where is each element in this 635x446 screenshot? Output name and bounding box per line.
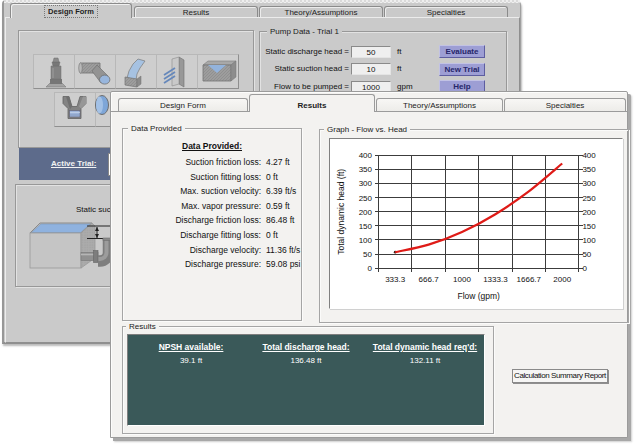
svg-text:333.3: 333.3 — [385, 275, 406, 284]
svg-text:300: 300 — [359, 179, 373, 188]
svg-text:1666.7: 1666.7 — [517, 275, 542, 284]
svg-text:100: 100 — [582, 236, 596, 245]
svg-text:350: 350 — [359, 165, 373, 174]
svg-text:0: 0 — [582, 264, 587, 273]
svg-text:50: 50 — [582, 250, 591, 259]
svg-text:1000: 1000 — [453, 275, 471, 284]
svg-text:400: 400 — [359, 151, 373, 160]
svg-text:200: 200 — [359, 208, 373, 217]
svg-text:400: 400 — [582, 151, 596, 160]
svg-text:300: 300 — [582, 179, 596, 188]
svg-text:150: 150 — [582, 222, 596, 231]
svg-text:150: 150 — [359, 222, 373, 231]
svg-text:1333.3: 1333.3 — [483, 275, 508, 284]
svg-text:100: 100 — [359, 236, 373, 245]
svg-text:350: 350 — [582, 165, 596, 174]
svg-text:2000: 2000 — [553, 275, 571, 284]
svg-text:Total dynamic head (ft): Total dynamic head (ft) — [336, 169, 346, 255]
svg-text:0: 0 — [368, 264, 373, 273]
svg-text:666.7: 666.7 — [419, 275, 440, 284]
svg-text:Flow (gpm): Flow (gpm) — [457, 291, 500, 301]
svg-text:200: 200 — [582, 208, 596, 217]
svg-text:250: 250 — [359, 194, 373, 203]
svg-text:50: 50 — [363, 250, 372, 259]
svg-text:250: 250 — [582, 194, 596, 203]
